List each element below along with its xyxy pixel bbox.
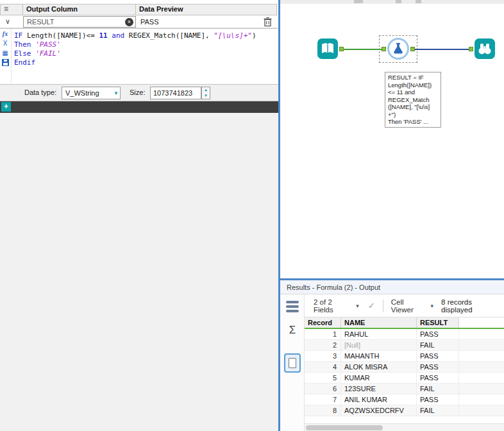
expression-footer-bar: + (0, 101, 278, 113)
data-preview-value: PASS (136, 18, 277, 26)
clear-output-icon[interactable]: × (125, 18, 133, 26)
table-cell-res[interactable]: PASS (417, 373, 459, 383)
insert-variable-icon[interactable]: X (0, 38, 10, 48)
toolbar-fragment (354, 0, 363, 3)
table-cell-res[interactable]: FAIL (417, 405, 459, 416)
formula-output-anchor[interactable] (410, 47, 415, 51)
data-type-label: Data type: (24, 89, 56, 96)
workflow-canvas[interactable]: RESULT = IFLength([NAME])<= 11 andREGEX_… (280, 0, 504, 278)
browse-input-anchor[interactable] (469, 47, 473, 51)
toolbar-separator (383, 300, 383, 312)
binoculars-icon (475, 38, 495, 59)
connection-wire-1 (344, 49, 382, 50)
results-toolbar: 2 of 2 Fields ▾ ✓ Cell Viewer ▾ 8 record… (305, 294, 504, 317)
caret-down-icon: ▾ (431, 303, 434, 309)
table-row[interactable]: 7ANIL KUMARPASS (305, 394, 504, 405)
add-expression-button[interactable]: + (1, 102, 11, 112)
table-cell-res[interactable]: PASS (417, 394, 459, 405)
results-left-strip: Σ (280, 294, 305, 431)
table-cell-rec[interactable]: 2 (305, 340, 341, 350)
formula-code[interactable]: IF Length([NAME])<= 11 and REGEX_Match([… (14, 31, 256, 67)
size-input[interactable]: 1073741823 ▲ ▼ (150, 87, 201, 99)
table-row[interactable]: 3MAHANTHPASS (305, 351, 504, 362)
table-cell-name[interactable]: MAHANTH (341, 351, 417, 361)
table-cell-name[interactable]: ALOK MISRA (341, 362, 417, 372)
flask-icon (389, 40, 407, 58)
table-row[interactable]: 5KUMARPASS (305, 373, 504, 384)
records-displayed-label: 8 records displayed (441, 298, 504, 314)
table-cell-rec[interactable]: 7 (305, 394, 341, 405)
scrollbar-thumb[interactable] (306, 425, 383, 430)
results-table-header: Record NAME RESULT (305, 317, 504, 329)
config-empty-area (0, 113, 278, 431)
table-cell-res[interactable]: FAIL (417, 340, 459, 350)
data-preview-header: Data Preview (136, 4, 277, 15)
fields-label: 2 of 2 Fields (314, 298, 353, 314)
table-row[interactable]: 1RAHULPASS (305, 329, 504, 340)
editor-icon-strip: fx X ▦ (0, 29, 12, 84)
toolbar-fragment (396, 0, 401, 3)
tool-annotation[interactable]: RESULT = IFLength([NAME])<= 11 andREGEX_… (385, 72, 441, 128)
insert-constant-icon[interactable]: ▦ (0, 48, 10, 58)
spin-up-icon[interactable]: ▲ (202, 87, 210, 93)
insert-function-icon[interactable]: fx (0, 29, 10, 38)
page-icon (289, 358, 296, 368)
input-data-tool[interactable] (317, 38, 338, 59)
table-cell-rec[interactable]: 1 (305, 329, 341, 339)
input-output-anchor[interactable] (339, 47, 344, 51)
expression-row: ∨ RESULT × PASS (0, 15, 277, 28)
formula-editor[interactable]: fx X ▦ IF Length([NAME])<= 11 and REGEX_… (0, 28, 278, 85)
cell-viewer-label: Cell Viewer (391, 298, 428, 314)
data-type-row: Data type: V_WString ▼ Size: 1073741823 … (0, 85, 278, 101)
output-column-header: Output Column (23, 4, 136, 15)
table-cell-rec[interactable]: 5 (305, 373, 341, 383)
data-type-dropdown[interactable]: V_WString ▼ (62, 87, 121, 99)
delete-expression-button[interactable] (263, 17, 273, 27)
table-cell-name[interactable]: RAHUL (341, 329, 417, 339)
table-row[interactable]: 6123SUREFAIL (305, 384, 504, 394)
table-cell-res[interactable]: FAIL (417, 384, 459, 394)
spin-down-icon[interactable]: ▼ (202, 93, 210, 99)
table-cell-name[interactable]: [Null] (341, 340, 417, 350)
horizontal-scrollbar[interactable] (305, 423, 504, 431)
column-header-record[interactable]: Record (305, 317, 341, 328)
save-expression-icon[interactable] (0, 58, 10, 67)
cell-viewer-dropdown[interactable]: Cell Viewer ▾ (391, 298, 433, 314)
table-cell-rec[interactable]: 8 (305, 405, 341, 416)
table-cell-rec[interactable]: 3 (305, 351, 341, 361)
table-cell-res[interactable]: PASS (417, 329, 459, 339)
expression-grid-header: ≡ Output Column Data Preview (0, 4, 277, 15)
table-row[interactable]: 8AQZWSXEDCRFVFAIL (305, 405, 504, 416)
table-cell-name[interactable]: AQZWSXEDCRFV (341, 405, 417, 416)
expand-row-icon[interactable]: ∨ (0, 17, 23, 26)
table-cell-res[interactable]: PASS (417, 351, 459, 361)
results-panel: Results - Formula (2) - Output Σ 2 of 2 … (280, 280, 504, 431)
fields-dropdown[interactable]: 2 of 2 Fields ▾ (314, 298, 359, 314)
table-cell-name[interactable]: KUMAR (341, 373, 417, 383)
table-cell-res[interactable]: PASS (417, 362, 459, 372)
results-table: Record NAME RESULT 1RAHULPASS2[Null]FAIL… (305, 317, 504, 423)
table-view-icon[interactable] (286, 301, 299, 314)
table-cell-name[interactable]: ANIL KUMAR (341, 394, 417, 405)
browse-tool[interactable] (475, 38, 495, 59)
preview-view-icon[interactable] (284, 353, 301, 373)
table-cell-rec[interactable]: 6 (305, 384, 341, 394)
apply-check-icon[interactable]: ✓ (368, 301, 375, 310)
results-title: Results - Formula (2) - Output (280, 280, 504, 294)
caret-down-icon: ▾ (356, 303, 359, 309)
table-cell-name[interactable]: 123SURE (341, 384, 417, 394)
column-header-result[interactable]: RESULT (417, 317, 459, 328)
canvas-top-strip (280, 0, 504, 4)
size-value: 1073741823 (153, 89, 192, 97)
toolbar-fragment (416, 0, 421, 3)
dropdown-arrow-icon: ▼ (113, 90, 119, 96)
size-label: Size: (130, 89, 145, 96)
formula-tool[interactable] (387, 38, 409, 60)
table-row[interactable]: 4ALOK MISRAPASS (305, 362, 504, 373)
column-header-name[interactable]: NAME (341, 317, 417, 328)
output-column-input[interactable]: RESULT × (23, 16, 136, 28)
table-row[interactable]: 2[Null]FAIL (305, 340, 504, 351)
metadata-view-icon[interactable]: Σ (280, 324, 305, 337)
table-cell-rec[interactable]: 4 (305, 362, 341, 372)
alteryx-window: ≡ Output Column Data Preview ∨ RESULT × … (0, 0, 504, 431)
